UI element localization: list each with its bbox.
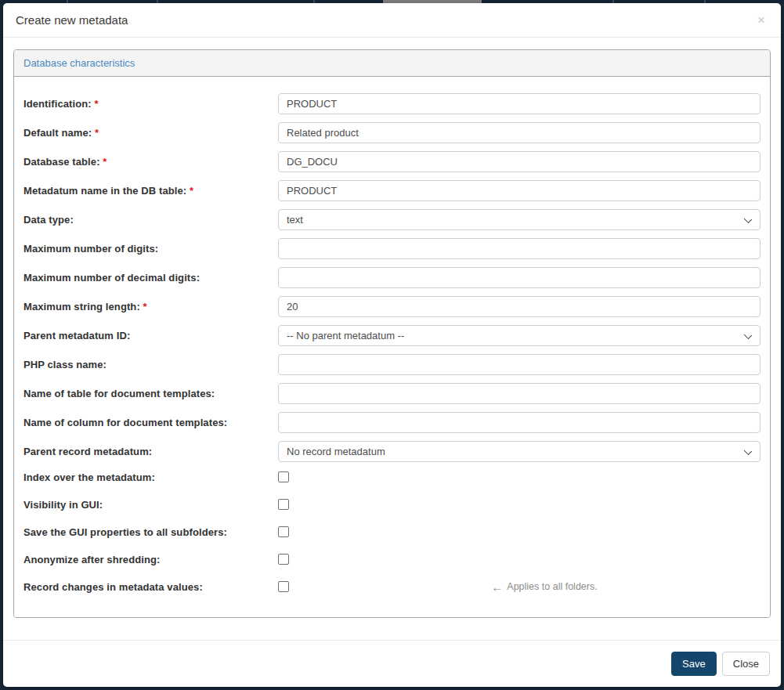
field-label-text: Data type: [23, 214, 74, 226]
field-label-max-number-of-digits: Maximum number of digits: [23, 243, 278, 255]
column-for-document-templates-input[interactable] [278, 412, 761, 433]
field-label-text: Record changes in metadata values: [23, 581, 203, 593]
field-label-text: Anonymize after shredding: [23, 554, 161, 565]
field-label-text: Identification: [23, 98, 92, 110]
identification-input[interactable] [278, 93, 761, 114]
field-control-identification [278, 93, 761, 114]
field-label-php-class-name: PHP class name: [23, 359, 278, 370]
note-text: Applies to all folders. [507, 581, 597, 592]
form-row-parent-metadatum-id: Parent metadatum ID:-- No parent metadat… [23, 325, 761, 346]
form-row-save-gui-properties-to-subfolders: Save the GUI properties to all subfolder… [23, 525, 761, 539]
form-row-max-string-length: Maximum string length: * [23, 296, 761, 317]
form-row-max-number-of-decimal-digits: Maximum number of decimal digits: [23, 267, 761, 288]
form-row-identification: Identification: * [23, 93, 761, 114]
dialog-footer: Save Close [3, 640, 781, 687]
field-control-index-over-metadatum [278, 471, 761, 482]
field-label-anonymize-after-shredding: Anonymize after shredding: [23, 554, 278, 565]
field-label-max-string-length: Maximum string length: * [23, 301, 278, 312]
form-row-default-name: Default name: * [23, 122, 761, 143]
field-label-parent-metadatum-id: Parent metadatum ID: [23, 330, 278, 341]
field-label-text: Index over the metadatum: [23, 471, 155, 483]
field-control-data-type: text [278, 209, 761, 230]
parent-record-metadatum-select[interactable]: No record metadatum [278, 441, 761, 462]
parent-record-metadatum-select-wrap: No record metadatum [278, 441, 761, 462]
form-row-table-for-document-templates: Name of table for document templates: [23, 383, 761, 404]
field-label-text: Name of table for document templates: [23, 388, 215, 399]
metadatum-name-in-db-table-input[interactable] [278, 180, 761, 201]
form-row-php-class-name: PHP class name: [23, 354, 761, 375]
dialog-header: Create new metadata × [3, 3, 781, 38]
field-label-identification: Identification: * [23, 98, 278, 110]
left-arrow-icon: ← [491, 581, 503, 593]
max-number-of-decimal-digits-input[interactable] [278, 267, 761, 288]
field-label-text: Maximum string length: [23, 301, 140, 312]
field-label-text: Save the GUI properties to all subfolder… [23, 526, 227, 538]
max-string-length-input[interactable] [278, 296, 761, 317]
save-button[interactable]: Save [671, 652, 717, 676]
field-control-column-for-document-templates [278, 412, 761, 433]
table-for-document-templates-input[interactable] [278, 383, 761, 404]
index-over-metadatum-checkbox[interactable] [278, 471, 289, 482]
field-label-text: Database table: [23, 156, 100, 168]
field-control-php-class-name [278, 354, 761, 375]
field-control-max-number-of-decimal-digits [278, 267, 761, 288]
form-row-column-for-document-templates: Name of column for document templates: [23, 412, 761, 433]
anonymize-after-shredding-checkbox[interactable] [278, 554, 289, 565]
field-label-text: Parent metadatum ID: [23, 330, 130, 341]
create-metadata-dialog: Create new metadata × Database character… [3, 3, 781, 687]
required-asterisk: * [140, 301, 147, 312]
field-label-text: Maximum number of decimal digits: [23, 272, 200, 284]
record-changes-in-metadata-values-checkbox[interactable] [278, 581, 289, 592]
data-type-select[interactable]: text [278, 209, 761, 230]
field-control-record-changes-in-metadata-values: ←Applies to all folders. [278, 581, 761, 593]
field-control-max-string-length [278, 296, 761, 317]
form-row-visibility-in-gui: Visibility in GUI: [23, 497, 761, 511]
save-gui-properties-to-subfolders-checkbox[interactable] [278, 526, 289, 537]
field-label-text: PHP class name: [23, 359, 107, 370]
form-row-data-type: Data type:text [23, 209, 761, 230]
field-label-index-over-metadatum: Index over the metadatum: [23, 471, 278, 483]
field-control-metadatum-name-in-db-table [278, 180, 761, 201]
form-row-record-changes-in-metadata-values: Record changes in metadata values:←Appli… [23, 580, 761, 594]
close-button[interactable]: Close [722, 652, 770, 676]
close-icon[interactable]: × [754, 12, 768, 28]
database-table-input[interactable] [278, 151, 761, 172]
form-row-index-over-metadatum: Index over the metadatum: [23, 470, 761, 484]
field-label-text: Visibility in GUI: [23, 499, 103, 511]
php-class-name-input[interactable] [278, 354, 761, 375]
dialog-title: Create new metadata [16, 13, 128, 27]
dialog-body: Database characteristics Identification:… [3, 38, 781, 618]
field-control-save-gui-properties-to-subfolders [278, 526, 761, 537]
field-label-text: Maximum number of digits: [23, 243, 158, 255]
field-label-column-for-document-templates: Name of column for document templates: [23, 417, 278, 428]
field-control-visibility-in-gui [278, 499, 761, 510]
visibility-in-gui-checkbox[interactable] [278, 499, 289, 510]
required-asterisk: * [92, 98, 99, 110]
field-control-parent-record-metadatum: No record metadatum [278, 441, 761, 462]
field-control-default-name [278, 122, 761, 143]
form-row-max-number-of-digits: Maximum number of digits: [23, 238, 761, 259]
field-label-text: Metadatum name in the DB table: [23, 185, 186, 197]
form-row-anonymize-after-shredding: Anonymize after shredding: [23, 552, 761, 566]
applies-to-all-folders-note: ←Applies to all folders. [491, 581, 597, 593]
form-row-metadatum-name-in-db-table: Metadatum name in the DB table: * [23, 180, 761, 201]
form-row-parent-record-metadatum: Parent record metadatum:No record metada… [23, 441, 761, 462]
field-control-max-number-of-digits [278, 238, 761, 259]
field-label-database-table: Database table: * [23, 156, 278, 168]
field-label-visibility-in-gui: Visibility in GUI: [23, 499, 278, 511]
database-characteristics-panel: Database characteristics Identification:… [13, 49, 771, 618]
required-asterisk: * [100, 156, 107, 168]
field-label-default-name: Default name: * [23, 127, 278, 139]
default-name-input[interactable] [278, 122, 761, 143]
required-asterisk: * [186, 185, 193, 197]
field-label-metadatum-name-in-db-table: Metadatum name in the DB table: * [23, 185, 278, 197]
max-number-of-digits-input[interactable] [278, 238, 761, 259]
field-control-table-for-document-templates [278, 383, 761, 404]
field-label-max-number-of-decimal-digits: Maximum number of decimal digits: [23, 272, 278, 284]
parent-metadatum-id-select[interactable]: -- No parent metadatum -- [278, 325, 761, 346]
field-label-parent-record-metadatum: Parent record metadatum: [23, 446, 278, 457]
parent-metadatum-id-select-wrap: -- No parent metadatum -- [278, 325, 761, 346]
data-type-select-wrap: text [278, 209, 761, 230]
field-label-data-type: Data type: [23, 214, 278, 226]
form-row-database-table: Database table: * [23, 151, 761, 172]
